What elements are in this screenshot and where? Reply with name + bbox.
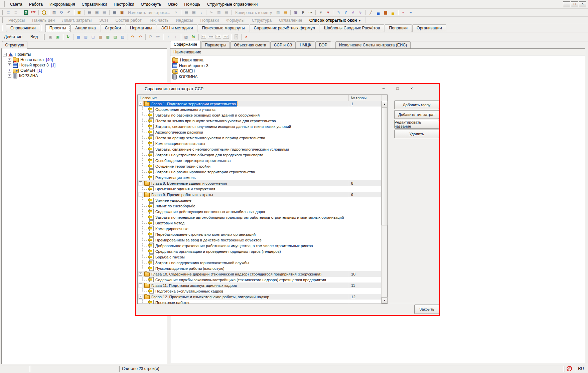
truck-icon[interactable]: ▄: [375, 9, 382, 16]
list-item[interactable]: КОРЗИНА: [170, 74, 585, 80]
cost-type-row[interactable]: − Глава 10. Содержание дирекции (техниче…: [138, 271, 382, 277]
menu-item[interactable]: Информация: [46, 1, 79, 8]
dialog-minimize-button[interactable]: –: [381, 86, 386, 91]
paste-clipboard-icon[interactable]: ▤: [282, 9, 289, 16]
tab-structure[interactable]: Структура: [2, 41, 27, 49]
cost-type-row[interactable]: Борьба с гнусом: [138, 254, 382, 260]
cost-type-row[interactable]: Компенсационные выплаты: [138, 141, 382, 146]
column-header-chapter-no[interactable]: № главы: [349, 95, 382, 101]
toolbar-grip[interactable]: [2, 25, 4, 31]
add-estimate-icon[interactable]: ▢: [90, 33, 97, 40]
column-header-title[interactable]: Название: [138, 95, 349, 101]
cut-icon[interactable]: ✂: [208, 9, 215, 16]
collapse-icon[interactable]: −: [139, 284, 142, 287]
panel-formulas[interactable]: Формулы: [223, 18, 248, 23]
section-tab[interactable]: ЭСН и методики: [157, 24, 197, 32]
expand-icon[interactable]: +: [8, 63, 11, 67]
edit-name-button[interactable]: Редактировать название: [394, 120, 439, 129]
contractors-icon[interactable]: ▧: [182, 33, 190, 40]
panel-indexes[interactable]: Индексы: [172, 18, 197, 23]
paste-icon[interactable]: ▤: [223, 9, 230, 16]
add-resource-icon[interactable]: ▦: [104, 33, 112, 40]
add-row-icon[interactable]: ▤: [86, 9, 93, 16]
collapse-icon[interactable]: −: [139, 193, 142, 196]
page-pr2-icon[interactable]: ПР: [154, 33, 162, 40]
content-tab[interactable]: ССР и СЗ: [270, 41, 296, 48]
column-header-name[interactable]: Наименование: [170, 49, 585, 55]
indent-up-icon[interactable]: ↰: [335, 9, 342, 16]
vertical-scrollbar[interactable]: ▲ ▼: [381, 101, 387, 304]
section-tab[interactable]: Организации: [412, 24, 446, 32]
close-all-icon[interactable]: ×: [243, 33, 250, 40]
panel-limit-costs[interactable]: Лимит. затраты: [58, 18, 96, 23]
section-tab[interactable]: Поправки: [385, 24, 412, 32]
cost-type-row[interactable]: Плата за землю при выкупе земельного уча…: [138, 118, 382, 124]
norm-book-green-icon[interactable]: ▤: [112, 33, 119, 40]
expertise-icon[interactable]: ↷: [129, 33, 137, 40]
cost-type-row[interactable]: Осушение территории стройки: [138, 163, 382, 169]
cost-type-row[interactable]: Затраты на устройства объездов для город…: [138, 152, 382, 158]
refresh-tree-icon[interactable]: ↻: [64, 33, 72, 40]
add-chapter-button[interactable]: Добавить главу: [394, 101, 439, 109]
expand-all-icon[interactable]: ▣: [54, 33, 61, 40]
section-tab[interactable]: Справочник расчётных формул: [250, 24, 319, 32]
list-item[interactable]: ОБМЕН: [170, 68, 585, 74]
structure-add-icon[interactable]: ≣: [12, 9, 19, 16]
indent-up2-icon[interactable]: ↱: [342, 9, 349, 16]
cost-type-row[interactable]: Средства на организацию и проведение под…: [138, 248, 382, 254]
rows-order-icon[interactable]: ↕: [197, 9, 205, 16]
outdent2-icon[interactable]: ↳: [357, 9, 364, 16]
close-button[interactable]: ×: [579, 1, 586, 7]
tree-item[interactable]: + КОРЗИНА: [2, 73, 167, 78]
percent-icon[interactable]: %: [190, 33, 197, 40]
price-book-icon[interactable]: ▣: [292, 9, 299, 16]
tree-root-projects[interactable]: − Проекты: [2, 52, 167, 57]
menu-item[interactable]: Справочники: [79, 1, 111, 8]
expand-icon[interactable]: +: [8, 74, 11, 78]
cost-type-row[interactable]: Затраты на разминирование территории стр…: [138, 169, 382, 175]
filter-edit-icon[interactable]: ▼: [317, 9, 324, 16]
rows-group-icon[interactable]: ▤: [183, 9, 190, 16]
m29-chip-icon[interactable]: М29: [207, 33, 215, 40]
cost-type-row[interactable]: Содержание действующих постоянных автомо…: [138, 209, 382, 214]
collapse-icon[interactable]: −: [139, 272, 142, 276]
content-tab[interactable]: ВОР: [315, 41, 331, 48]
toolbar-grip[interactable]: [1, 10, 3, 15]
cost-type-row[interactable]: Премированием за ввод в действие построе…: [138, 237, 382, 243]
go-chip-icon[interactable]: Го: [200, 33, 207, 40]
cost-type-row[interactable]: Зимнее удорожание: [138, 197, 382, 203]
close-dialog-button[interactable]: Закрыть: [414, 305, 439, 314]
cost-type-row[interactable]: Пусконаладочные работы (вхолостую): [138, 265, 382, 271]
fz-chip-icon[interactable]: ФЗ: [222, 33, 230, 40]
open-windows-list-button[interactable]: Список открытых окон▾: [306, 18, 364, 23]
cost-type-row[interactable]: Затраты, связанные с неблагоприятными ги…: [138, 146, 382, 152]
cost-type-row[interactable]: Подготовка эксплуатационных кадров: [138, 288, 382, 294]
cost-type-row[interactable]: − Глава 11. Подготовка эксплуатационных …: [138, 283, 382, 288]
list-item[interactable]: Новый проект 3: [170, 63, 585, 69]
module-icon[interactable]: ▣: [118, 9, 126, 16]
filter-clear-icon[interactable]: ▼: [324, 9, 332, 16]
expand-icon[interactable]: +: [8, 69, 11, 72]
move-down-icon[interactable]: ↓: [172, 33, 179, 40]
cost-type-row[interactable]: Рекультивация земель: [138, 175, 382, 180]
section-tab[interactable]: Стройки: [101, 24, 125, 32]
cost-type-row[interactable]: − Глава 12. Проектные и изыскательские р…: [138, 294, 382, 300]
cost-type-row[interactable]: − Глава 1. Подготовка территории строите…: [138, 101, 382, 107]
materials-icon[interactable]: ▆: [382, 9, 389, 16]
maximize-button[interactable]: □: [571, 1, 578, 7]
move-up-icon[interactable]: ↑: [165, 33, 172, 40]
panel-toc[interactable]: Оглавление: [275, 18, 306, 23]
cost-type-row[interactable]: − Глава 8. Временные здания и сооружения…: [138, 180, 382, 186]
cost-type-row[interactable]: Оформление земельного участка: [138, 107, 382, 112]
cancel-row-type-icon[interactable]: ×: [172, 9, 180, 16]
cost-type-row[interactable]: Командировочные: [138, 226, 382, 231]
cost-type-row[interactable]: Перебазирование строительно-монтажных ор…: [138, 231, 382, 237]
panel-tech-part[interactable]: Тех. часть: [145, 18, 172, 23]
add-subrow-icon[interactable]: ▤: [93, 9, 101, 16]
norm-book-blue-icon[interactable]: ▤: [119, 33, 126, 40]
pdf-export-icon[interactable]: PDF: [30, 9, 37, 16]
menu-item[interactable]: Помощь: [181, 1, 203, 8]
machines-icon[interactable]: ▄: [389, 9, 397, 16]
collapse-icon[interactable]: −: [139, 181, 142, 185]
panel-esn[interactable]: ЭСН: [95, 18, 112, 23]
